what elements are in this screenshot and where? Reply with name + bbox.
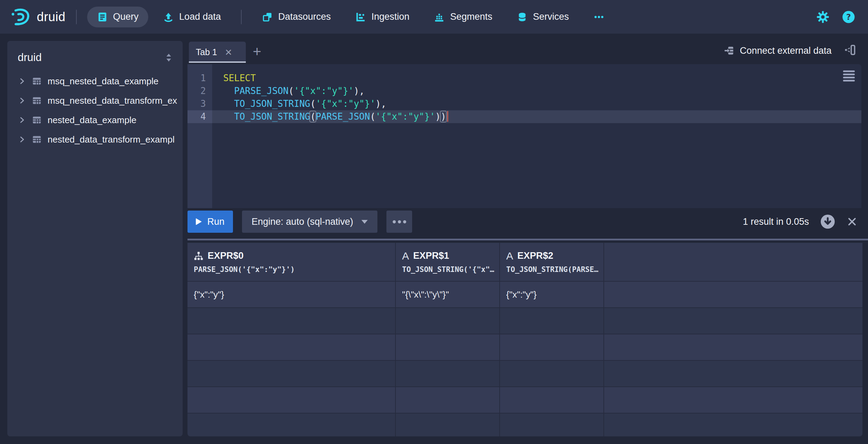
code-token — [223, 99, 234, 109]
new-tab-button[interactable]: + — [253, 44, 261, 59]
results-empty-cell — [500, 413, 604, 436]
sidebar-table-nested_data_transform_exampl[interactable]: nested_data_transform_exampl — [7, 130, 183, 149]
results-empty-cell — [396, 387, 500, 413]
help-icon: ? — [842, 10, 856, 24]
results-header-cell-EXPR$1[interactable]: AEXPR$1TO_JSON_STRING('{"x"… — [396, 243, 500, 282]
top-navbar: druid QueryLoad dataDatasourcesIngestion… — [0, 0, 868, 34]
table-name: msq_nested_data_example — [48, 76, 158, 87]
results-empty-cell — [604, 334, 862, 361]
play-icon — [196, 218, 202, 225]
close-results-button[interactable] — [846, 216, 858, 227]
tab-close-icon[interactable]: ✕ — [225, 48, 232, 57]
code-token: TO_JSON_STRING — [234, 111, 310, 122]
results-table: EXPR$0PARSE_JSON('{"x":"y"}')AEXPR$1TO_J… — [187, 243, 862, 436]
collapse-panel-button[interactable] — [844, 44, 856, 56]
results-cell-filler — [604, 282, 862, 308]
nav-item-ingestion[interactable]: Ingestion — [345, 7, 419, 27]
sql-editor[interactable]: 1234 SELECT PARSE_JSON('{"x":"y"}'), TO_… — [187, 64, 861, 208]
query-tab[interactable]: Tab 1 ✕ — [189, 42, 246, 63]
code-line-3[interactable]: TO_JSON_STRING('{"x":"y"}'), — [212, 97, 861, 110]
chevron-right-icon[interactable] — [18, 96, 26, 105]
results-header-cell-EXPR$2[interactable]: AEXPR$2TO_JSON_STRING(PARSE… — [500, 243, 604, 282]
results-empty-cell — [396, 308, 500, 334]
druid-logo[interactable]: druid — [10, 8, 66, 26]
nav-items: QueryLoad dataDatasourcesIngestionSegmen… — [87, 7, 614, 27]
chevron-right-icon[interactable] — [18, 116, 26, 124]
engine-select[interactable]: Engine: auto (sql-native) — [242, 211, 378, 233]
results-empty-cell — [187, 361, 396, 387]
code-token: '{"x":"y"}' — [316, 99, 375, 109]
chevron-right-icon[interactable] — [18, 77, 26, 85]
panel-collapse-icon — [844, 44, 856, 56]
connect-external-data-label: Connect external data — [740, 45, 832, 56]
editor-code[interactable]: SELECT PARSE_JSON('{"x":"y"}'), TO_JSON_… — [212, 72, 861, 123]
brand-name: druid — [37, 10, 66, 24]
code-line-1[interactable]: SELECT — [212, 72, 861, 85]
code-token: '{"x":"y"}' — [294, 86, 354, 96]
settings-button[interactable] — [816, 10, 830, 24]
nav-item-label: Load data — [179, 11, 221, 22]
results-empty-row — [187, 361, 862, 387]
editor-menu-button[interactable] — [843, 70, 855, 82]
results-empty-row — [187, 413, 862, 436]
code-token: ) — [435, 111, 441, 122]
nav-item-more[interactable] — [584, 7, 614, 27]
results-empty-cell — [604, 308, 862, 334]
sidebar-table-msq_nested_data_example[interactable]: msq_nested_data_example — [7, 71, 183, 91]
result-status-text: 1 result in 0.05s — [743, 216, 809, 227]
nav-item-segments[interactable]: Segments — [424, 7, 502, 27]
svg-text:?: ? — [846, 12, 851, 22]
run-button[interactable]: Run — [187, 211, 233, 233]
results-header-cell-EXPR$0[interactable]: EXPR$0PARSE_JSON('{"x":"y"}') — [187, 243, 396, 282]
table-icon — [32, 115, 42, 125]
results-empty-cell — [500, 308, 604, 334]
code-token: ( — [310, 99, 316, 109]
table-tree: msq_nested_data_examplemsq_nested_data_t… — [7, 71, 183, 149]
string-type-icon: A — [402, 251, 409, 261]
download-results-button[interactable] — [820, 214, 835, 229]
nav-item-label: Datasources — [278, 11, 331, 22]
nav-item-services[interactable]: Services — [507, 7, 579, 27]
code-token: ), — [354, 86, 365, 96]
code-line-2[interactable]: PARSE_JSON('{"x":"y"}'), — [212, 85, 861, 97]
column-name: EXPR$2 — [517, 250, 553, 261]
chevron-right-icon[interactable] — [18, 135, 26, 144]
table-name: nested_data_example — [48, 115, 136, 126]
results-empty-cell — [500, 361, 604, 387]
sidebar-table-nested_data_example[interactable]: nested_data_example — [7, 110, 183, 130]
nav-divider — [76, 10, 77, 24]
run-bar: Run Engine: auto (sql-native) 1 result i… — [187, 210, 868, 233]
code-token: ) — [441, 111, 446, 122]
table-icon — [32, 134, 42, 145]
results-cell[interactable]: {"x":"y"} — [500, 282, 604, 308]
menu-icon — [843, 70, 855, 72]
nav-item-datasources[interactable]: Datasources — [252, 7, 341, 27]
nav-item-load-data[interactable]: Load data — [153, 7, 231, 27]
results-empty-cell — [396, 361, 500, 387]
results-cell[interactable]: {"x":"y"} — [187, 282, 396, 308]
segments-icon — [434, 11, 445, 23]
code-line-4[interactable]: TO_JSON_STRING(PARSE_JSON('{"x":"y"}')) — [212, 110, 861, 123]
table-name: nested_data_transform_exampl — [48, 134, 175, 145]
run-more-button[interactable] — [386, 211, 412, 233]
connect-external-data-button[interactable]: Connect external data — [723, 45, 832, 56]
code-token: ( — [310, 111, 316, 122]
nav-item-query[interactable]: Query — [87, 7, 149, 27]
help-button[interactable]: ? — [842, 10, 856, 24]
sort-icon[interactable] — [164, 53, 174, 62]
load-data-icon — [163, 11, 174, 23]
import-data-icon — [723, 45, 734, 56]
results-value-row: {"x":"y"}"{\"x\":\"y\"}"{"x":"y"} — [187, 282, 862, 308]
more-icon — [593, 11, 604, 23]
chevron-down-icon — [361, 220, 368, 224]
results-divider[interactable] — [187, 239, 868, 240]
ingestion-icon — [355, 11, 366, 23]
nav-item-label: Services — [533, 11, 569, 22]
druid-logo-icon — [10, 8, 32, 26]
sidebar-table-msq_nested_data_transform_ex[interactable]: msq_nested_data_transform_ex — [7, 91, 183, 110]
results-empty-cell — [396, 334, 500, 361]
string-type-icon: A — [506, 251, 513, 261]
line-number: 2 — [187, 85, 212, 97]
results-cell[interactable]: "{\"x\":\"y\"}" — [396, 282, 500, 308]
line-number: 1 — [187, 72, 212, 85]
